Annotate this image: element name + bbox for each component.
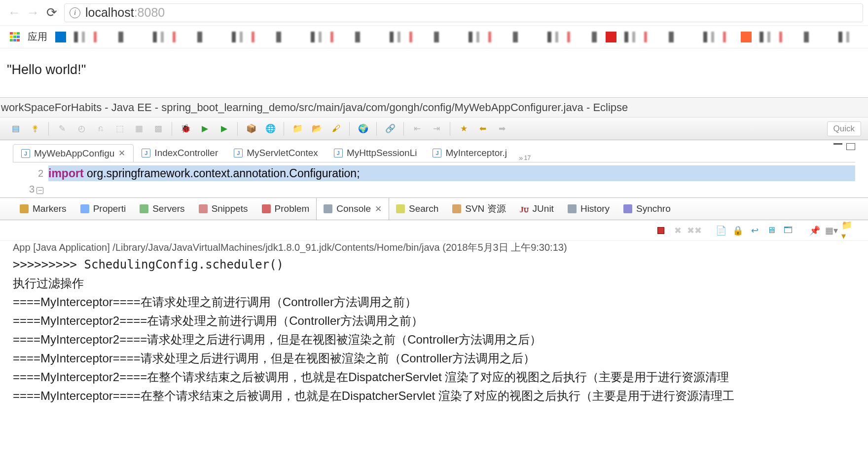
view-tab-label: JUnit [533,203,554,214]
toolbar-icon[interactable]: 🌐 [263,122,277,136]
terminate-button[interactable] [654,225,668,236]
toolbar-icon[interactable]: ⚵ [28,122,42,136]
code-line: import org.springframework.context.annot… [48,165,855,181]
java-file-icon: J [21,149,30,158]
clear-console-icon[interactable]: 📄 [714,225,728,236]
console-toolbar: ✖ ✖✖ 📄 🔒 ↩ 🖥 🗔 📌 ▦▾ 📁▾ [0,220,868,241]
view-tab[interactable]: Markers [13,198,73,220]
toolbar-icon[interactable]: ✎ [55,122,69,136]
view-tab[interactable]: Servers [133,198,191,220]
view-icon [568,204,577,213]
toolbar-icon[interactable]: ⬚ [113,122,127,136]
new-console-icon[interactable]: 📁▾ [841,225,855,236]
console-line: ====MyInterceptor2====在整个请求结束之后被调用，也就是在D… [13,368,855,387]
editor-tab[interactable]: JMyInterceptor.j [425,144,515,162]
keyword: import [48,167,84,180]
view-tab[interactable]: Search [389,198,445,220]
close-icon[interactable]: ✕ [375,204,382,214]
view-icon [324,204,332,213]
apps-label[interactable]: 应用 [28,30,47,43]
editor-tab[interactable]: JMyServletContex [226,144,326,162]
toolbar-icon[interactable]: ▤ [9,122,23,136]
editor-tab[interactable]: JIndexController [134,144,226,162]
view-tab[interactable]: History [561,198,616,220]
view-icon [199,204,208,213]
editor-tab-bar: J MyWebAppConfigu ✕ JIndexController JMy… [13,140,855,162]
toolbar-icon[interactable]: ⇤ [410,122,424,136]
toolbar-icon[interactable]: 🔗 [383,122,397,136]
maximize-view-icon[interactable] [846,143,855,150]
toolbar-icon[interactable]: ⎌ [94,122,108,136]
view-tab-label: Markers [33,203,67,214]
toolbar-icon[interactable]: 📦 [244,122,258,136]
open-console-icon[interactable]: 🗔 [781,225,795,236]
toolbar-icon[interactable]: ★ [457,122,470,136]
toolbar-divider [403,122,404,136]
editor-tab-active[interactable]: J MyWebAppConfigu ✕ [13,144,134,162]
editor-area: J MyWebAppConfigu ✕ JIndexController JMy… [0,140,868,197]
reload-button[interactable]: ⟳ [42,3,61,22]
editor-tab[interactable]: JMyHttpSessionLi [326,144,425,162]
view-tab-active[interactable]: Console ✕ [316,198,389,220]
remove-all-icon[interactable]: ✖✖ [687,225,701,236]
code-editor[interactable]: 2 3− import org.springframework.context.… [13,162,855,197]
scroll-lock-icon[interactable]: 🔒 [731,225,745,236]
run-icon[interactable]: ▶ [198,122,212,136]
open-folder-icon[interactable]: 📁 [290,122,304,136]
toolbar-divider [376,122,377,136]
apps-icon[interactable] [10,32,20,42]
page-text: "Hello world!" [7,62,86,77]
open-type-icon[interactable]: 📂 [310,122,324,136]
console-line: ====MyInterceptor====在整个请求结束之后被调用，也就是在Di… [13,387,855,405]
remove-icon[interactable]: ✖ [671,225,685,236]
overflow-count: 17 [524,155,531,161]
view-tab[interactable]: Snippets [192,198,255,220]
url-port: :8080 [134,5,165,20]
eclipse-toolbar: ▤ ⚵ ✎ ◴ ⎌ ⬚ ▦ ▩ 🐞 ▶ ▶ 📦 🌐 📁 📂 🖌 🌍 🔗 ⇤ ⇥ … [0,117,868,140]
eclipse-title: workSpaceForHabits - Java EE - spring_bo… [1,101,628,114]
toolbar-icon[interactable]: ⇥ [430,122,443,136]
toolbar-icon[interactable]: 🖌 [329,122,343,136]
fold-toggle-icon[interactable]: − [36,187,43,194]
editor-tab-label: MyServletContex [247,148,318,158]
debug-icon[interactable]: 🐞 [179,122,192,136]
console-output[interactable]: >>>>>>>>> SchedulingConfig.scheduler()执行… [0,255,868,405]
view-tab-label: Console [336,203,371,214]
minimize-view-icon[interactable] [833,143,842,150]
bookmark-item[interactable] [741,32,752,42]
nav-back-icon[interactable]: ⬅ [476,122,490,136]
nav-fwd-icon[interactable]: ➡ [495,122,509,136]
editor-tab-label: MyInterceptor.j [445,148,507,158]
close-icon[interactable]: ✕ [118,148,125,158]
run-last-icon[interactable]: ▶ [217,122,231,136]
editor-tab-label: MyHttpSessionLi [347,148,417,158]
toolbar-icon[interactable]: ▩ [151,122,165,136]
forward-button[interactable]: → [24,3,42,22]
line-gutter: 2 3− [13,162,48,197]
view-icon [80,204,89,213]
view-tab[interactable]: Problem [255,198,317,220]
view-tab[interactable]: Properti [73,198,133,220]
address-bar[interactable]: i localhost:8080 [64,3,863,22]
bookmark-item[interactable] [55,32,66,42]
toolbar-icon[interactable]: ◴ [74,122,88,136]
tab-overflow-menu[interactable]: »17 [519,154,531,162]
back-button[interactable]: ← [5,3,24,22]
bookmark-bar: 应用 [0,26,868,48]
console-select-icon[interactable]: ▦▾ [825,225,838,236]
toolbar-icon[interactable]: 🌍 [356,122,370,136]
bookmark-item[interactable] [606,32,616,42]
site-info-icon[interactable]: i [70,7,80,18]
toolbar-divider [349,122,350,136]
view-tab[interactable]: SVN 资源 [445,198,512,220]
view-tab[interactable]: Synchro [616,198,678,220]
display-icon[interactable]: 🖥 [764,225,778,236]
code-body[interactable]: import org.springframework.context.annot… [48,162,855,197]
view-tab[interactable]: JᴜJUnit [513,198,561,220]
editor-tab-label: MyWebAppConfigu [34,148,114,159]
toolbar-icon[interactable]: ▦ [132,122,146,136]
view-icon [20,204,29,213]
quick-access-input[interactable]: Quick [827,121,861,136]
word-wrap-icon[interactable]: ↩ [748,225,761,236]
pin-console-icon[interactable]: 📌 [808,225,822,236]
